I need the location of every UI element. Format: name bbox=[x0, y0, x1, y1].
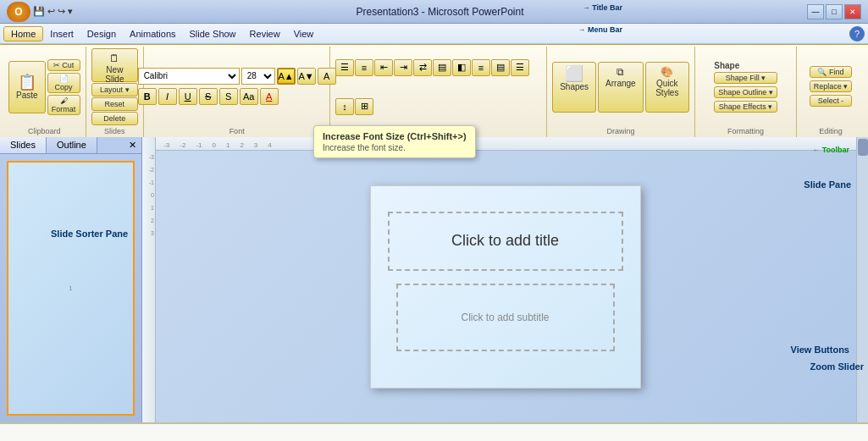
ruler-mark: 4 bbox=[263, 141, 276, 149]
panel-close-btn[interactable]: ✕ bbox=[124, 137, 141, 153]
quick-styles-icon: 🎨 bbox=[661, 66, 673, 78]
delete-button[interactable]: Delete bbox=[91, 112, 139, 125]
window-controls: — □ ✕ bbox=[807, 4, 861, 19]
new-slide-button[interactable]: 🗒 New Slide bbox=[91, 48, 139, 82]
indent-decrease-button[interactable]: ⇤ bbox=[374, 59, 393, 76]
drawing-label: Drawing bbox=[607, 125, 635, 135]
slide-thumbnail[interactable]: 1 bbox=[7, 161, 135, 416]
minimize-btn[interactable]: — bbox=[807, 4, 824, 19]
scrollbar-thumb[interactable] bbox=[858, 139, 868, 156]
help-button[interactable]: ? bbox=[849, 26, 865, 41]
left-panel: Slides Outline ✕ 1 Slide Sorter Pane bbox=[0, 137, 142, 422]
shadow-button[interactable]: S bbox=[219, 88, 238, 105]
select-button[interactable]: Select - bbox=[810, 95, 853, 107]
shape-fill-button[interactable]: Shape Fill ▾ bbox=[714, 72, 777, 84]
cut-button[interactable]: ✂ Cut bbox=[47, 59, 80, 71]
arrange-label: Arrange bbox=[605, 79, 636, 88]
slides-label: Slides bbox=[104, 125, 125, 135]
font-controls: Calibri 28 A▲ A▼ A B I U S S Aa A bbox=[138, 48, 336, 125]
layout-button[interactable]: Layout ▾ bbox=[91, 83, 139, 96]
italic-button[interactable]: I bbox=[158, 88, 177, 105]
paragraph-group: ☰ ≡ ⇤ ⇥ ⇄ ▤ ◧ ≡ ▤ ☰ ↕ ⊞ Paragraph bbox=[330, 47, 547, 137]
copy-button[interactable]: 📄 Copy bbox=[47, 73, 80, 93]
paste-label: Paste bbox=[16, 91, 38, 100]
shape-effects-button[interactable]: Shape Effects ▾ bbox=[714, 101, 777, 113]
shape-outline-button[interactable]: Shape Outline ▾ bbox=[714, 86, 777, 98]
shapes-button[interactable]: ⬜ Shapes bbox=[552, 62, 596, 113]
font-size-select[interactable]: 28 bbox=[241, 68, 275, 85]
find-button[interactable]: 🔍 Find bbox=[810, 66, 853, 78]
font-row-1: Calibri 28 A▲ A▼ A bbox=[138, 68, 336, 85]
menu-bar-annotation: → Menu Bar bbox=[578, 25, 622, 34]
menu-home[interactable]: Home bbox=[3, 26, 43, 41]
save-btn[interactable]: 💾 bbox=[33, 6, 45, 17]
justify-button[interactable]: ☰ bbox=[511, 59, 529, 76]
maximize-btn[interactable]: □ bbox=[826, 4, 843, 19]
menu-slideshow[interactable]: Slide Show bbox=[183, 27, 243, 41]
new-slide-icon: 🗒 bbox=[109, 52, 119, 64]
rtl-button[interactable]: ⇄ bbox=[413, 59, 432, 76]
menu-view[interactable]: View bbox=[287, 27, 321, 41]
quick-styles-button[interactable]: 🎨 Quick Styles bbox=[645, 62, 689, 113]
slide-pane-annotation: Slide Pane bbox=[804, 179, 851, 190]
menu-animations[interactable]: Animations bbox=[123, 27, 182, 41]
font-color-button[interactable]: A bbox=[260, 88, 279, 105]
editing-content: 🔍 Find Replace ▾ Select - bbox=[810, 48, 853, 125]
tooltip-title: Increase Font Size (Ctrl+Shift+>) bbox=[323, 131, 467, 141]
reset-button[interactable]: Reset bbox=[91, 97, 139, 111]
case-button[interactable]: Aa bbox=[240, 88, 258, 105]
replace-button[interactable]: Replace ▾ bbox=[810, 80, 853, 92]
title-bar-annotation: → Title Bar bbox=[583, 3, 622, 12]
quick-styles-label: Quick Styles bbox=[653, 79, 682, 97]
office-button[interactable]: O bbox=[7, 2, 30, 22]
ruler-mark: 0 bbox=[207, 141, 221, 149]
bullets-button[interactable]: ☰ bbox=[335, 59, 354, 76]
paste-button[interactable]: 📋 Paste bbox=[8, 61, 46, 113]
menu-insert[interactable]: Insert bbox=[43, 27, 80, 41]
line-spacing-button[interactable]: ↕ bbox=[335, 98, 354, 115]
align-left-button[interactable]: ◧ bbox=[452, 59, 471, 76]
main-area: Slides Outline ✕ 1 Slide Sorter Pane -4 … bbox=[0, 137, 868, 422]
slide-subtitle-box[interactable]: Click to add subtitle bbox=[396, 284, 615, 351]
close-btn[interactable]: ✕ bbox=[844, 4, 861, 19]
decrease-font-button[interactable]: A▼ bbox=[297, 68, 316, 85]
formatting-group: Shape Shape Fill ▾ Shape Outline ▾ Shape… bbox=[695, 47, 797, 137]
ruler-mark: 2 bbox=[235, 141, 248, 149]
redo-btn[interactable]: ↪ bbox=[58, 6, 65, 17]
ruler-left-mark: -3 bbox=[149, 154, 154, 160]
scrollbar-right[interactable] bbox=[856, 137, 868, 422]
strikethrough-button[interactable]: S bbox=[199, 88, 218, 105]
ruler-mark: 1 bbox=[221, 141, 235, 149]
arrange-icon: ⧉ bbox=[616, 66, 624, 78]
slides-tab[interactable]: Slides bbox=[0, 137, 47, 153]
menu-design[interactable]: Design bbox=[80, 27, 123, 41]
align-right-button[interactable]: ▤ bbox=[491, 59, 510, 76]
view-buttons-annotation: View Buttons bbox=[791, 345, 849, 355]
clipboard-group: 📋 Paste ✂ Cut 📄 Copy 🖌 Format Clipboard bbox=[3, 47, 86, 137]
menu-review[interactable]: Review bbox=[243, 27, 287, 41]
slide-title-box[interactable]: Click to add title bbox=[388, 212, 623, 271]
ruler-mark: 3 bbox=[249, 141, 263, 149]
underline-button[interactable]: U bbox=[179, 88, 197, 105]
ruler-left-mark: 0 bbox=[151, 192, 154, 198]
increase-font-button[interactable]: A▲ bbox=[277, 68, 296, 85]
font-name-select[interactable]: Calibri bbox=[138, 68, 240, 85]
indent-increase-button[interactable]: ⇥ bbox=[394, 59, 412, 76]
outline-tab[interactable]: Outline bbox=[47, 137, 97, 153]
paste-icon: 📋 bbox=[18, 74, 36, 90]
arrange-button[interactable]: ⧉ Arrange bbox=[598, 62, 644, 113]
smartart-button[interactable]: ⊞ bbox=[355, 98, 373, 115]
formatting-content: Shape Shape Fill ▾ Shape Outline ▾ Shape… bbox=[714, 48, 777, 125]
bold-button[interactable]: B bbox=[138, 88, 157, 105]
format-painter-button[interactable]: 🖌 Format bbox=[47, 95, 80, 115]
formatting-label: Formatting bbox=[727, 125, 764, 135]
notes-pane[interactable]: Click to add notes ——→ Notes Pane bbox=[0, 422, 868, 441]
columns-button[interactable]: ▤ bbox=[433, 59, 451, 76]
ribbon: 📋 Paste ✂ Cut 📄 Copy 🖌 Format Clipboard … bbox=[0, 44, 868, 137]
numbering-button[interactable]: ≡ bbox=[355, 59, 373, 76]
panel-tabs: Slides Outline ✕ bbox=[0, 137, 141, 154]
undo-btn[interactable]: ↩ bbox=[47, 6, 55, 17]
align-center-button[interactable]: ≡ bbox=[472, 59, 490, 76]
quick-access-toolbar: O 💾 ↩ ↪ ▾ bbox=[7, 2, 73, 22]
slides-group: 🗒 New Slide Layout ▾ Reset Delete Slides bbox=[86, 47, 145, 137]
